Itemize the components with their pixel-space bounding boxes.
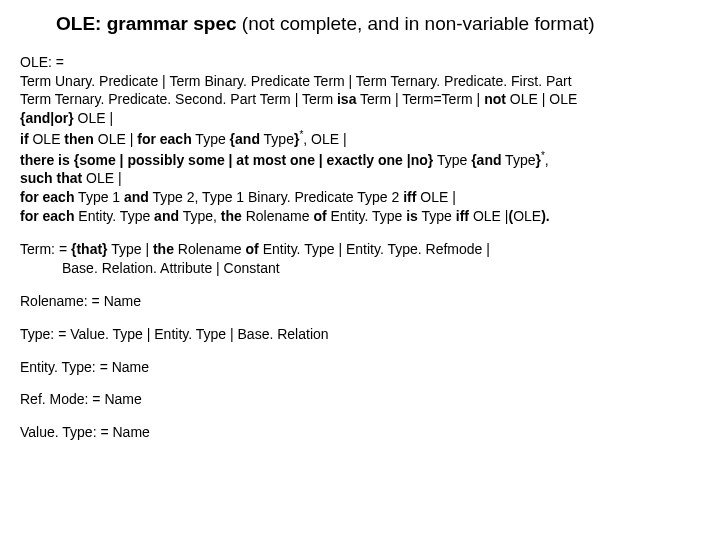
ole-line-7: such that OLE |	[20, 169, 700, 188]
ole-line-6: there is {some | possibly some | at most…	[20, 149, 700, 170]
ole-line-1: OLE: =	[20, 53, 700, 72]
refmode-production: Ref. Mode: = Name	[20, 390, 700, 409]
valuetype-production: Value. Type: = Name	[20, 423, 700, 442]
term-production: Term: = {that} Type | the Rolename of En…	[20, 240, 700, 278]
ole-line-2: Term Unary. Predicate | Term Binary. Pre…	[20, 72, 700, 91]
title-rest: (not complete, and in non-variable forma…	[237, 13, 595, 34]
page-title: OLE: grammar spec (not complete, and in …	[20, 12, 700, 37]
title-bold: OLE: grammar spec	[56, 13, 237, 34]
type-production: Type: = Value. Type | Entity. Type | Bas…	[20, 325, 700, 344]
term-line-2: Base. Relation. Attribute | Constant	[20, 259, 700, 278]
rolename-production: Rolename: = Name	[20, 292, 700, 311]
ole-line-4: {and|or} OLE |	[20, 109, 700, 128]
ole-line-3: Term Ternary. Predicate. Second. Part Te…	[20, 90, 700, 109]
ole-production: OLE: = Term Unary. Predicate | Term Bina…	[20, 53, 700, 226]
term-line-1: Term: = {that} Type | the Rolename of En…	[20, 240, 700, 259]
ole-line-5: if OLE then OLE | for each Type {and Typ…	[20, 128, 700, 149]
entitytype-production: Entity. Type: = Name	[20, 358, 700, 377]
ole-line-9: for each Entity. Type and Type, the Role…	[20, 207, 700, 226]
grammar-spec-page: OLE: grammar spec (not complete, and in …	[0, 0, 720, 468]
ole-line-8: for each Type 1 and Type 2, Type 1 Binar…	[20, 188, 700, 207]
